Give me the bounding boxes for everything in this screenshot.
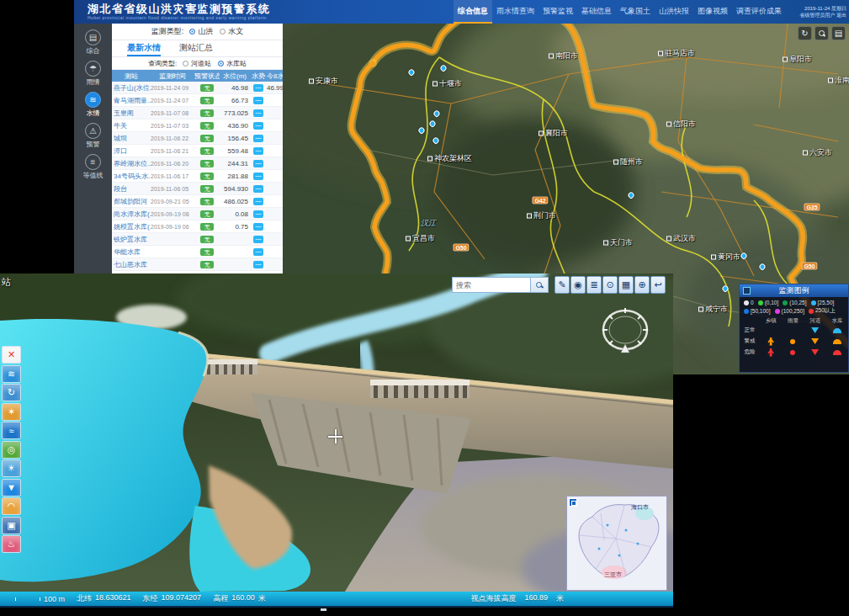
query-type-label: 查询类型:	[148, 59, 177, 68]
water-level: 559.48	[220, 147, 250, 155]
段台[interactable]: 段台 2019-11-06 05 无 594.930 —	[112, 183, 283, 195]
radio-option[interactable]: 山洪	[189, 26, 213, 37]
rail-item-rain[interactable]: ☂ 雨情	[74, 61, 112, 92]
trend-badge: —	[253, 248, 263, 256]
camera-button[interactable]: ◉	[570, 276, 586, 294]
nav-item[interactable]: 雨水情查询	[492, 0, 539, 24]
alt-label: 高程	[213, 593, 228, 604]
city-label: 十堰市	[432, 78, 462, 89]
observe-time: 2019-11-06 22	[151, 135, 194, 141]
nav-item[interactable]: 图像视频	[693, 0, 732, 24]
observe-time: 2019-11-24 07	[151, 98, 194, 104]
界岭湖水位..[interactable]: 界岭湖水位.. 2019-11-06 20 无 244.31 —	[112, 157, 283, 170]
map-refresh-button[interactable]: ↻	[798, 26, 812, 40]
nav-item[interactable]: 基础信息	[577, 0, 616, 24]
empty-cell	[789, 327, 796, 334]
nav-item[interactable]: 山洪快报	[655, 0, 693, 24]
flood-tool[interactable]: ▼	[2, 479, 21, 497]
rail-item-isoline[interactable]: ≡ 等值线	[74, 154, 112, 185]
orbit-tool[interactable]: ↻	[2, 384, 21, 401]
燕子山(水位..[interactable]: 燕子山(水位.. 2019-11-24 09 无 46.98 — 46.99	[112, 82, 283, 94]
lon-label: 东经	[143, 593, 158, 604]
wave-tool[interactable]: ≈	[2, 422, 21, 439]
viewer-top-toolbar: ✎◉≣⊙▦⊕↩	[555, 276, 666, 294]
郧城韵阳河[interactable]: 郧城韵阳河 2019-09-21 05 无 486.025 —	[112, 195, 283, 208]
eye-button[interactable]: ⊙	[602, 276, 618, 294]
station-name: 牛关	[112, 121, 151, 130]
table-header: 测站监测时间预警状态水位(m)水势今8水位(m)	[112, 70, 283, 82]
牛关[interactable]: 牛关 2019-11-07 03 无 436.90 —	[112, 119, 283, 132]
road-shield: G42	[532, 197, 548, 204]
list-button[interactable]: ≣	[586, 276, 602, 294]
minimap-bottom-city: 三亚市	[604, 571, 622, 577]
place-icon	[406, 236, 411, 241]
overview-map[interactable]: 海口市 三亚市	[566, 496, 667, 591]
rail-item-warning[interactable]: ⚠ 预警	[74, 123, 112, 154]
place-icon	[803, 150, 808, 155]
rail-item-overview[interactable]: ▤ 综合	[74, 29, 112, 61]
scale-dot-icon	[809, 309, 814, 314]
observe-time: 2019-09-21 05	[151, 199, 194, 204]
radio-option[interactable]: 河道站	[183, 59, 211, 68]
map-search-button[interactable]	[815, 26, 829, 40]
七山恶水库[interactable]: 七山恶水库 无 —	[112, 258, 283, 271]
close-button[interactable]: ✕	[2, 346, 21, 364]
34号码头水..[interactable]: 34号码头水.. 2019-11-06 17 无 281.88 —	[112, 170, 283, 183]
status-badge: 无	[200, 173, 214, 180]
legend-title: 监测图例	[779, 285, 809, 296]
image-button[interactable]: ▦	[618, 276, 634, 294]
rain-layer-tool[interactable]: ≋	[2, 365, 21, 383]
legend-header: 监测图例	[740, 284, 848, 297]
eye-alt-value: 160.89	[524, 593, 548, 604]
姚模置水库(..[interactable]: 姚模置水库(.. 2019-09-19 06 无 0.75 —	[112, 220, 283, 233]
trend-badge: —	[253, 160, 263, 167]
潭口[interactable]: 潭口 2019-11-06 21 无 559.48 —	[112, 145, 283, 157]
radio-option[interactable]: 水文	[220, 26, 243, 37]
rail-item-water[interactable]: ≋ 水情	[74, 92, 112, 123]
city-label: 淮南市	[828, 75, 849, 86]
place-icon	[658, 50, 663, 56]
city-label: 荆门市	[527, 210, 556, 221]
search-button[interactable]	[530, 277, 549, 293]
nav-item[interactable]: 气象国土	[616, 0, 655, 24]
sidebar-tab[interactable]: 最新水情	[127, 40, 161, 56]
compass-control[interactable]	[598, 304, 652, 358]
splash-tool[interactable]: ☀	[2, 459, 21, 477]
nav-item[interactable]: 综合信息	[454, 0, 492, 24]
viewer-corner-label: 站	[2, 276, 11, 289]
rail-icon: ▤	[85, 29, 101, 45]
铁炉置水库[interactable]: 铁炉置水库 无 —	[112, 233, 283, 246]
legend-column-label: 雨量	[782, 317, 804, 325]
typhoon-tool[interactable]: ✶	[2, 403, 21, 421]
map-layers-button[interactable]: ▤	[831, 26, 846, 40]
frame-tool[interactable]: ▣	[2, 517, 21, 534]
user-logout-text[interactable]: 省级管理员用户 退出	[791, 12, 846, 19]
draw-chart-button[interactable]: ✎	[555, 276, 570, 294]
station-name: 华能水库	[112, 247, 151, 257]
topbar: 湖北省省级山洪灾害监测预警系统 Hubei provincial mountai…	[74, 0, 849, 24]
radio-option[interactable]: 水库站	[218, 59, 247, 68]
青马湖雨量..[interactable]: 青马湖雨量.. 2019-11-24 07 无 66.73 —	[112, 94, 283, 107]
search-icon	[536, 282, 543, 289]
尚水潭水库(..[interactable]: 尚水潭水库(.. 2019-09-19 08 无 0.08 —	[112, 208, 283, 220]
city-label: 襄阳市	[539, 128, 568, 139]
water-level: 156.45	[220, 135, 250, 142]
trend-badge: —	[253, 84, 263, 92]
terrain-tool[interactable]: ◠	[2, 497, 21, 515]
华能水库[interactable]: 华能水库 无 —	[112, 246, 283, 258]
search-input[interactable]	[452, 277, 530, 293]
analysis-tool[interactable]: ◎	[2, 441, 21, 459]
nav-item[interactable]: 预警监视	[539, 0, 577, 24]
station-name: 青马湖雨量..	[112, 96, 151, 105]
status-badge: 无	[200, 210, 214, 218]
marker-tool[interactable]: ♨	[2, 535, 21, 553]
玉皇阁[interactable]: 玉皇阁 2019-11-07 08 无 773.025 —	[112, 107, 283, 119]
nav-item[interactable]: 调查评价成果	[732, 0, 786, 24]
城坝[interactable]: 城坝 2019-11-06 22 无 156.45 —	[112, 132, 283, 145]
sidebar-tab[interactable]: 测站汇总	[179, 40, 213, 56]
undo-button[interactable]: ↩	[650, 276, 666, 294]
globe-button[interactable]: ⊕	[634, 276, 650, 294]
observe-time: 2019-11-06 20	[151, 161, 194, 167]
rail-icon: ≋	[85, 92, 101, 108]
place-icon	[783, 56, 788, 61]
